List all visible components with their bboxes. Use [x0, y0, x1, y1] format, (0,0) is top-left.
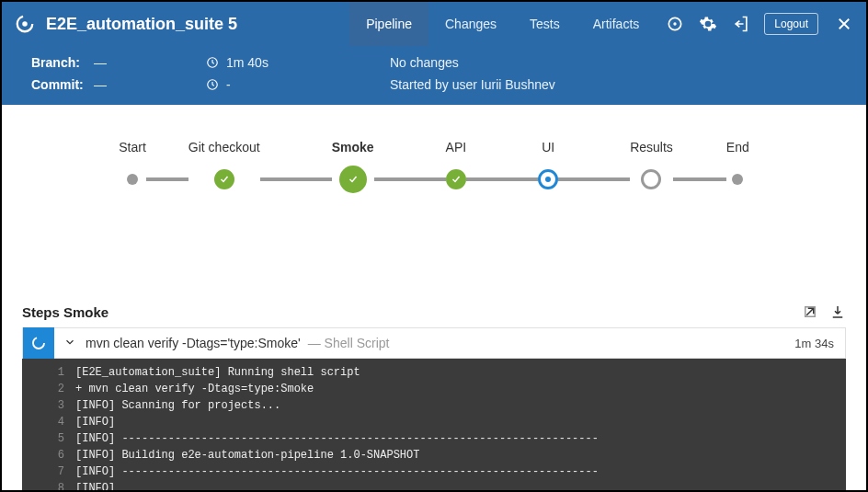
started-by-text: Started by user Iurii Bushnev [390, 77, 555, 92]
line-number: 3 [33, 397, 75, 414]
stage-node-end[interactable] [732, 174, 743, 185]
line-number: 1 [33, 364, 75, 381]
stage-label-ui: UI [542, 140, 554, 156]
duration-value: 1m 40s [226, 55, 268, 70]
stage-label-start: Start [119, 140, 146, 156]
commit-label: Commit: [31, 77, 86, 92]
line-number: 8 [33, 480, 75, 492]
console-output[interactable]: 1[E2E_automation_suite] Running shell sc… [22, 359, 846, 492]
line-text: [E2E_automation_suite] Running shell scr… [75, 364, 360, 381]
logout-button[interactable]: Logout [764, 13, 818, 35]
stage-label-git-checkout: Git checkout [188, 140, 260, 156]
stage-node-api[interactable] [446, 169, 466, 189]
page-title: E2E_automation_suite 5 [46, 15, 237, 34]
open-external-icon[interactable] [802, 303, 818, 320]
svg-point-1 [22, 21, 28, 27]
stage-label-smoke: Smoke [332, 140, 374, 156]
stage-node-git-checkout[interactable] [214, 169, 234, 189]
step-command: mvn clean verify -Dtags='type:Smoke' [86, 336, 301, 350]
line-number: 7 [33, 463, 75, 480]
stage-label-results: Results [630, 140, 673, 156]
steps-title: Steps Smoke [22, 304, 108, 320]
chevron-down-icon[interactable] [63, 336, 76, 351]
rerun-icon[interactable] [665, 14, 685, 34]
console-line: 7[INFO] --------------------------------… [22, 463, 846, 480]
gear-icon[interactable] [698, 14, 718, 34]
download-icon[interactable] [829, 303, 846, 320]
console-line: 1[E2E_automation_suite] Running shell sc… [22, 364, 846, 381]
close-icon[interactable] [835, 15, 853, 33]
exit-icon[interactable] [731, 14, 751, 34]
pipeline-status-icon [15, 14, 35, 34]
stage-node-ui[interactable] [538, 169, 558, 189]
line-text: [INFO] ---------------------------------… [75, 463, 599, 480]
changes-text: No changes [390, 55, 459, 70]
step-duration: 1m 34s [794, 337, 834, 350]
branch-label: Branch: [31, 55, 86, 70]
console-line: 5[INFO] --------------------------------… [22, 430, 846, 447]
stage-node-smoke[interactable] [339, 166, 367, 193]
line-text: + mvn clean verify -Dtags=type:Smoke [75, 381, 314, 397]
clock-icon [206, 56, 219, 69]
svg-point-3 [674, 22, 677, 25]
console-line: 8[INFO] [22, 480, 846, 492]
tab-artifacts[interactable]: Artifacts [577, 2, 657, 46]
stage-node-start[interactable] [127, 174, 138, 185]
line-number: 4 [33, 414, 75, 430]
svg-point-6 [33, 338, 44, 349]
console-line: 2+ mvn clean verify -Dtags=type:Smoke [22, 381, 846, 397]
stage-label-api: API [446, 140, 467, 156]
line-text: [INFO] [75, 480, 115, 492]
line-text: [INFO] Scanning for projects... [75, 397, 280, 414]
calendar-icon [206, 78, 219, 91]
tab-pipeline[interactable]: Pipeline [349, 2, 428, 46]
console-line: 6[INFO] Building e2e-automation-pipeline… [22, 447, 846, 463]
tabs: Pipeline Changes Tests Artifacts [349, 2, 656, 46]
step-type: — Shell Script [308, 336, 390, 350]
commit-value: — [94, 77, 107, 92]
stage-node-results[interactable] [641, 169, 661, 189]
line-text: [INFO] Building e2e-automation-pipeline … [75, 447, 419, 463]
line-text: [INFO] ---------------------------------… [75, 430, 599, 447]
tab-changes[interactable]: Changes [428, 2, 513, 46]
line-number: 5 [33, 430, 75, 447]
pipeline-graph: Start Git checkout Smoke API UI [2, 105, 866, 212]
step-row[interactable]: mvn clean verify -Dtags='type:Smoke' — S… [22, 327, 846, 359]
step-status-icon [23, 327, 54, 359]
line-text: [INFO] [75, 414, 115, 430]
branch-value: — [94, 55, 107, 70]
line-number: 2 [33, 381, 75, 397]
console-line: 4[INFO] [22, 414, 846, 430]
console-line: 3[INFO] Scanning for projects... [22, 397, 846, 414]
line-number: 6 [33, 447, 75, 463]
tab-tests[interactable]: Tests [513, 2, 577, 46]
date-value: - [226, 77, 231, 92]
stage-label-end: End [726, 140, 749, 156]
